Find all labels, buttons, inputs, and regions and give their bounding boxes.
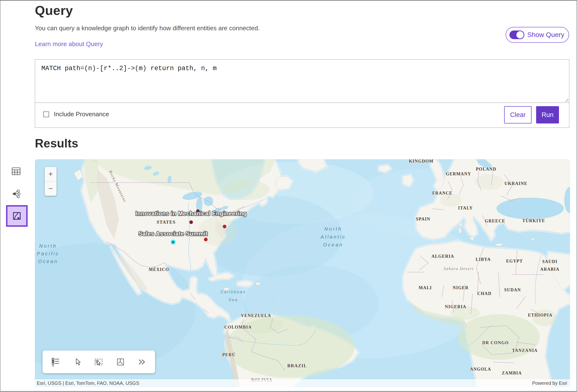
map-label: Innovations in Mechanical Engineering [136,210,247,217]
map-icon [12,212,21,220]
map-label: MÉXICO [149,267,169,272]
query-footer: Include Provenance Clear Run [35,103,569,128]
map-label: ANGOLA [470,367,491,372]
legend-list-button[interactable] [51,357,61,367]
map-label: Ocean [38,259,58,264]
pointer-tool-button[interactable] [73,358,82,366]
map-label: VENEZUELA [241,313,271,318]
map-canvas[interactable]: KINGDOMPOLANDGERMANYUKRAINEFRANCEITALYSP… [35,159,570,387]
map-label: North [39,243,57,249]
map-toolbar [42,351,155,373]
include-provenance-label: Include Provenance [54,110,109,118]
select-region-icon [116,358,125,366]
map-label: LIBYA [476,257,491,262]
table-view-button[interactable] [12,167,20,175]
pointer-icon [73,358,82,366]
zoom-control: + − [45,167,57,196]
map-label: FRANCE [432,191,452,196]
map-label: GERMANY [446,171,471,176]
map-label: Sea [228,298,238,302]
page-title: Query [35,3,73,18]
map-label: EGYPT [506,259,523,263]
results-title: Results [35,136,78,150]
link-chart-icon [11,189,21,198]
map-label: PERÚ [222,352,236,357]
map-point-entity-selected[interactable] [171,240,175,244]
page-description: You can query a knowledge graph to ident… [35,25,260,32]
select-rectangle-icon [94,357,104,367]
learn-more-link[interactable]: Learn more about Query [35,40,103,48]
show-query-toggle[interactable]: Show Query [505,27,569,43]
map-point-entity-red[interactable] [204,238,208,241]
select-region-button[interactable] [116,358,125,366]
toggle-switch[interactable] [509,31,524,39]
map-label: Ocean [323,242,343,247]
map-label: NIGERIA [445,304,467,309]
show-query-label: Show Query [527,31,564,39]
attribution-sources: Esri, USGS | Esri, TomTom, FAO, NOAA, US… [37,381,139,386]
map-label: CHAD [477,291,492,296]
map-label: KINGDOM [409,159,434,163]
map-label: POLAND [476,167,497,171]
map-label: MALI [419,285,432,290]
map-label: Sahara Desert [444,266,474,271]
map-label: BRAZIL [287,363,307,368]
map-label: Sales Associate Summit [139,230,208,237]
map-label: ARABIA [540,267,559,272]
zoom-in-button[interactable]: + [45,167,57,182]
include-provenance-checkbox[interactable] [43,111,49,117]
run-button[interactable]: Run [536,106,559,124]
map-label: STATES [156,220,176,225]
query-page: Query You can query a knowledge graph to… [0,0,577,392]
query-input[interactable]: MATCH path=(n)-[r*..2]->(m) return path,… [35,60,569,103]
attribution-powered-by: Powered by Esri [532,381,567,386]
link-chart-view-button[interactable] [11,189,21,198]
map-label: UKRAINE [505,181,528,186]
map-label: TANZANIA [512,348,538,353]
map-label: DR CONGO [482,340,509,345]
map-attribution: Esri, USGS | Esri, TomTom, FAO, NOAA, US… [35,379,570,387]
map-label: SPAIN [416,217,430,222]
map-label: COLOMBIA [224,325,252,329]
table-icon [12,167,20,175]
map-point-entity-red[interactable] [223,225,226,229]
map-label: SUDAN [504,288,521,292]
query-panel: MATCH path=(n)-[r*..2]->(m) return path,… [35,59,569,128]
map-label: ZAMBIA [502,371,522,375]
map-label: ITALY [458,206,473,210]
map-label: Pacific [37,251,59,256]
map-point-entity-dark[interactable] [189,221,193,224]
map-label: TÜRKIYE [522,218,545,223]
map-view-button[interactable] [6,205,28,227]
map-label: GREECE [485,219,505,223]
map-label: Caribbean [220,290,246,294]
select-rectangle-button[interactable] [94,357,104,367]
expand-icon [137,358,146,366]
map-label: ALGERIA [432,254,454,259]
map-label: SAUDI [542,259,558,264]
toggle-knob [516,31,524,38]
expand-toolbar-button[interactable] [137,358,146,366]
map-label: NIGER [453,285,469,290]
clear-button[interactable]: Clear [504,106,532,124]
map-label: ETHIOPIA [528,313,552,318]
map-label: North [324,226,342,231]
zoom-out-button[interactable]: − [45,182,57,196]
legend-list-icon [51,357,61,367]
map-label: Atlantic [320,234,346,239]
